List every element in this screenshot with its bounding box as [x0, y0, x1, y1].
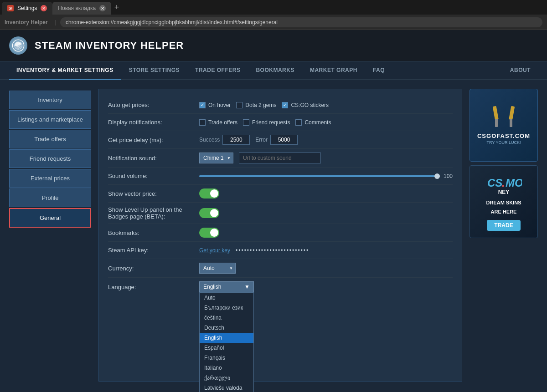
tab-favicon-settings: SI: [7, 5, 14, 11]
svg-rect-2: [493, 106, 499, 120]
setting-sound-volume: Sound volume: 100: [108, 168, 453, 185]
lang-option-de[interactable]: Deutsch: [200, 323, 253, 333]
lang-option-it[interactable]: Italiano: [200, 363, 253, 373]
nav-tab-faq[interactable]: FAQ: [366, 61, 392, 80]
sidebar-item-listings[interactable]: Listings and marketplace: [9, 110, 91, 129]
dota2-checkbox[interactable]: [236, 102, 243, 108]
app-title: STEAM INVENTORY HELPER: [35, 40, 184, 51]
steam-api-key-label: Steam API key:: [108, 247, 199, 254]
lang-option-es[interactable]: Español: [200, 343, 253, 353]
error-group: Error: [255, 135, 298, 145]
svg-rect-5: [510, 119, 512, 127]
sound-select[interactable]: Chime 1 Chime 2 Chime 3 Custom: [199, 153, 233, 163]
trade-offers-group: Trade offers: [199, 119, 237, 126]
sound-volume-controls: 100: [199, 173, 453, 179]
csgofast-ad[interactable]: CSGOFAST.COM TRY YOUR LUCK!: [470, 89, 538, 162]
tab-label-settings: Settings: [17, 5, 37, 11]
language-dropdown: Auto Български език čeština Deutsch Engl…: [199, 292, 254, 392]
nav-tab-bookmarks[interactable]: BOOKMARKS: [248, 61, 302, 80]
show-level-up-toggle[interactable]: [199, 208, 219, 218]
get-your-key-link[interactable]: Get your key: [199, 247, 230, 254]
display-notifications-label: Display notifications:: [108, 119, 199, 126]
dota2-group: Dota 2 gems: [236, 102, 276, 108]
currency-label: Currency:: [108, 265, 199, 272]
lang-option-auto[interactable]: Auto: [200, 293, 253, 303]
success-input[interactable]: [222, 135, 250, 145]
app-header: STEAM INVENTORY HELPER: [0, 30, 547, 61]
nav-tab-market-graph[interactable]: MARKET GRAPH: [303, 61, 365, 80]
sidebar: Inventory Listings and marketplace Trade…: [9, 89, 91, 382]
csmoney-trade-button[interactable]: TRADE: [487, 220, 520, 231]
sidebar-item-trade-offers[interactable]: Trade offers: [9, 130, 91, 148]
show-vector-price-controls: [199, 188, 453, 199]
tab-close-new[interactable]: ✕: [99, 5, 106, 11]
notification-sound-controls: Chime 1 Chime 2 Chime 3 Custom ▼: [199, 153, 453, 163]
address-url[interactable]: chrome-extension://cmeakgjggjdlcpncigglo…: [60, 17, 542, 27]
currency-controls: Auto USD EUR GBP RUB ▼: [199, 263, 453, 274]
csmoney-tagline2: ARE HERE: [491, 209, 517, 214]
nav-tab-trade-offers[interactable]: TRADE OFFERS: [188, 61, 248, 80]
comments-checkbox[interactable]: [295, 119, 302, 126]
lang-option-fr[interactable]: Français: [200, 353, 253, 363]
sidebar-item-friend-requests[interactable]: Friend requests: [9, 149, 91, 168]
error-input[interactable]: [270, 135, 298, 145]
lang-option-bg[interactable]: Български език: [200, 303, 253, 313]
lang-option-ka[interactable]: ქართული: [200, 373, 253, 383]
show-vector-price-toggle[interactable]: [199, 188, 219, 199]
language-label: Language:: [108, 284, 199, 290]
steam-api-key-controls: Get your key ••••••••••••••••••••••••••: [199, 247, 453, 254]
language-selected-value: English: [203, 284, 221, 290]
sidebar-item-external-prices[interactable]: External prices: [9, 169, 91, 188]
sidebar-item-profile[interactable]: Profile: [9, 188, 91, 207]
volume-slider-track[interactable]: [199, 175, 440, 177]
auto-get-prices-label: Auto get prices:: [108, 102, 199, 108]
sound-dropdown-wrapper: Chime 1 Chime 2 Chime 3 Custom ▼: [199, 153, 233, 163]
tab-settings[interactable]: SI Settings ✕: [2, 2, 52, 15]
nav-bar: INVENTORY & MARKET SETTINGS STORE SETTIN…: [0, 61, 547, 80]
trade-offers-label: Trade offers: [208, 119, 237, 126]
svg-rect-4: [509, 106, 515, 120]
browser-tabs: SI Settings ✕ Новая вкладка ✕ +: [0, 0, 547, 15]
new-tab-button[interactable]: +: [111, 2, 122, 13]
on-hover-checkbox[interactable]: [199, 102, 206, 108]
success-label: Success: [199, 137, 220, 143]
csmoney-tagline: DREAM SKINS: [486, 200, 521, 205]
csgo-stickers-group: CS:GO stickers: [282, 102, 329, 108]
setting-steam-api-key: Steam API key: Get your key ••••••••••••…: [108, 242, 453, 259]
currency-select[interactable]: Auto USD EUR GBP RUB: [199, 263, 236, 274]
setting-currency: Currency: Auto USD EUR GBP RUB ▼: [108, 259, 453, 278]
lang-option-en[interactable]: English: [200, 333, 253, 343]
currency-dropdown-wrapper: Auto USD EUR GBP RUB ▼: [199, 263, 236, 274]
comments-group: Comments: [295, 119, 331, 126]
csgofast-name: CSGOFAST.COM: [477, 132, 530, 139]
error-label: Error: [255, 137, 268, 143]
sidebar-item-inventory[interactable]: Inventory: [9, 91, 91, 109]
nav-tab-inventory-market[interactable]: INVENTORY & MARKET SETTINGS: [9, 61, 121, 80]
csmoney-ad[interactable]: CS . MO NEY DREAM SKINS ARE HERE TRADE: [470, 165, 538, 238]
show-vector-price-label: Show vector price:: [108, 190, 199, 197]
nav-tab-about[interactable]: ABOUT: [503, 61, 538, 80]
price-delay-controls: Success Error: [199, 135, 453, 145]
volume-value: 100: [444, 173, 453, 179]
csgo-stickers-checkbox[interactable]: [282, 102, 288, 108]
setting-price-delay: Get price delay (ms): Success Error: [108, 131, 453, 149]
lang-option-lv[interactable]: Latviešu valoda: [200, 383, 253, 392]
trade-offers-checkbox[interactable]: [199, 119, 206, 126]
tab-close-settings[interactable]: ✕: [41, 5, 47, 11]
lang-option-cs[interactable]: čeština: [200, 313, 253, 323]
language-select-display[interactable]: English ▼: [199, 281, 254, 292]
main-content: Inventory Listings and marketplace Trade…: [0, 80, 547, 391]
nav-tab-store[interactable]: STORE SETTINGS: [122, 61, 187, 80]
tab-label-new: Новая вкладка: [58, 5, 96, 11]
show-level-up-label: Show Level Up panel on the Badges page (…: [108, 206, 199, 220]
custom-sound-input[interactable]: [239, 153, 321, 163]
volume-slider-container: 100: [199, 173, 453, 179]
sound-volume-label: Sound volume:: [108, 173, 199, 179]
volume-slider-thumb: [434, 173, 440, 179]
tab-new[interactable]: Новая вкладка ✕: [52, 2, 111, 15]
api-key-value: ••••••••••••••••••••••••••: [236, 247, 309, 254]
sidebar-item-general[interactable]: General: [9, 208, 91, 228]
svg-text:MO: MO: [506, 177, 522, 189]
bookmarks-toggle[interactable]: [199, 228, 219, 238]
friend-requests-checkbox[interactable]: [243, 119, 249, 126]
